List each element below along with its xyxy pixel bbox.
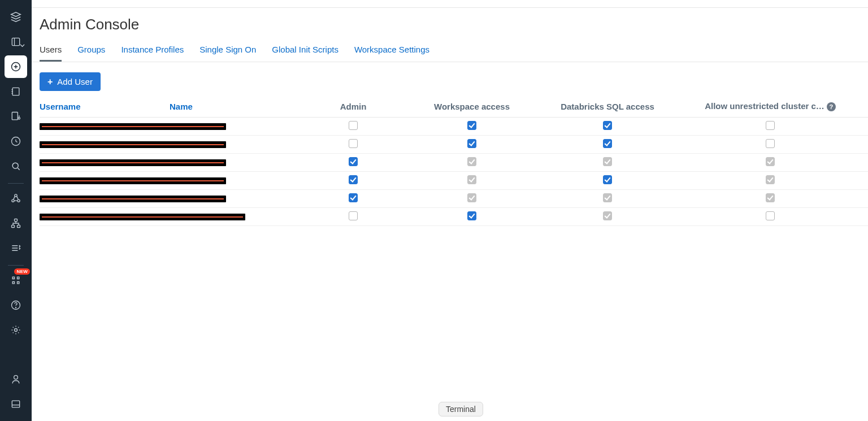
panel-icon[interactable] (5, 393, 27, 415)
users-table-wrap: UsernameNameAdminWorkspace accessDatabri… (32, 97, 868, 421)
svg-rect-3 (12, 112, 18, 120)
jobs-icon[interactable] (5, 237, 27, 259)
users-table: UsernameNameAdminWorkspace accessDatabri… (40, 97, 868, 226)
svg-point-14 (16, 307, 16, 308)
admin-checkbox[interactable] (349, 175, 358, 184)
cluster-checkbox[interactable] (766, 139, 775, 148)
svg-point-8 (12, 199, 14, 202)
redacted-user (40, 214, 245, 220)
table-row (40, 136, 868, 154)
workspace-checkbox (467, 175, 476, 184)
sidebar: NEW (0, 0, 32, 421)
admin-checkbox[interactable] (349, 157, 358, 166)
add-user-button[interactable]: + Add User (40, 72, 101, 91)
help-icon[interactable] (5, 294, 27, 316)
col-workspace: Workspace access (407, 97, 542, 118)
redacted-user (40, 141, 226, 148)
redacted-user (40, 123, 226, 130)
workspace-checkbox[interactable] (467, 139, 476, 148)
user-icon[interactable] (5, 368, 27, 390)
svg-rect-17 (12, 401, 19, 407)
table-row (40, 172, 868, 190)
sql-checkbox[interactable] (603, 121, 612, 130)
workspace-checkbox[interactable] (467, 211, 476, 220)
admin-checkbox[interactable] (349, 193, 358, 202)
workflows-icon[interactable] (5, 212, 27, 235)
plus-icon: + (47, 77, 53, 86)
svg-point-6 (12, 163, 18, 168)
tab-groups[interactable]: Groups (77, 40, 105, 62)
ml-icon[interactable]: NEW (5, 269, 27, 292)
recents-icon[interactable] (5, 130, 27, 153)
tab-single-sign-on[interactable]: Single Sign On (199, 40, 256, 62)
sidebar-divider (8, 183, 24, 184)
main-content: Admin Console UsersGroupsInstance Profil… (32, 0, 868, 421)
admin-checkbox[interactable] (349, 211, 358, 220)
svg-point-15 (15, 329, 18, 332)
cluster-checkbox[interactable] (766, 121, 775, 130)
redacted-user (40, 196, 226, 202)
workspace-checkbox[interactable] (467, 121, 476, 130)
svg-point-16 (14, 375, 18, 379)
toolbar: + Add User (32, 62, 868, 97)
table-row (40, 154, 868, 172)
col-username[interactable]: Username (40, 97, 170, 118)
data-icon[interactable] (5, 31, 27, 53)
sql-checkbox (603, 193, 612, 202)
svg-rect-2 (12, 88, 19, 95)
add-user-label: Add User (57, 77, 93, 86)
git-icon[interactable] (5, 105, 27, 128)
tab-instance-profiles[interactable]: Instance Profiles (121, 40, 184, 62)
admin-checkbox[interactable] (349, 121, 358, 130)
sidebar-divider-2 (8, 265, 24, 266)
cluster-checkbox (766, 157, 775, 166)
new-badge: NEW (14, 268, 30, 275)
svg-point-4 (18, 118, 20, 119)
tab-bar: UsersGroupsInstance ProfilesSingle Sign … (32, 40, 868, 62)
logo-icon[interactable] (5, 6, 27, 28)
workspace-checkbox (467, 157, 476, 166)
top-border (32, 0, 868, 8)
create-icon[interactable] (5, 55, 27, 78)
sql-checkbox[interactable] (603, 139, 612, 148)
settings-icon[interactable] (5, 319, 27, 341)
col-cluster: Allow unrestricted cluster c…? (678, 97, 868, 118)
cluster-checkbox (766, 193, 775, 202)
table-row (40, 190, 868, 208)
svg-rect-12 (18, 225, 20, 227)
table-row (40, 208, 868, 226)
col-sql: Databricks SQL access (542, 97, 678, 118)
page-title: Admin Console (32, 8, 868, 40)
notebook-icon[interactable] (5, 80, 27, 103)
svg-rect-10 (15, 219, 18, 222)
admin-checkbox[interactable] (349, 139, 358, 148)
help-icon[interactable]: ? (827, 102, 836, 111)
svg-point-9 (18, 199, 20, 202)
col-name[interactable]: Name (170, 97, 305, 118)
compute-icon[interactable] (5, 187, 27, 210)
tab-workspace-settings[interactable]: Workspace Settings (354, 40, 429, 62)
col-admin: Admin (305, 97, 407, 118)
redacted-user (40, 177, 226, 184)
tab-users[interactable]: Users (40, 40, 62, 62)
workspace-checkbox (467, 193, 476, 202)
cluster-checkbox (766, 175, 775, 184)
terminal-pill[interactable]: Terminal (439, 402, 483, 416)
terminal-label: Terminal (446, 405, 476, 414)
sql-checkbox[interactable] (603, 175, 612, 184)
svg-point-7 (15, 194, 17, 197)
cluster-checkbox[interactable] (766, 211, 775, 220)
table-row (40, 118, 868, 136)
tab-global-init-scripts[interactable]: Global Init Scripts (272, 40, 338, 62)
search-icon[interactable] (5, 155, 27, 177)
redacted-user (40, 159, 226, 166)
sql-checkbox (603, 211, 612, 220)
svg-rect-0 (12, 38, 19, 45)
sql-checkbox (603, 157, 612, 166)
svg-rect-11 (12, 225, 15, 227)
